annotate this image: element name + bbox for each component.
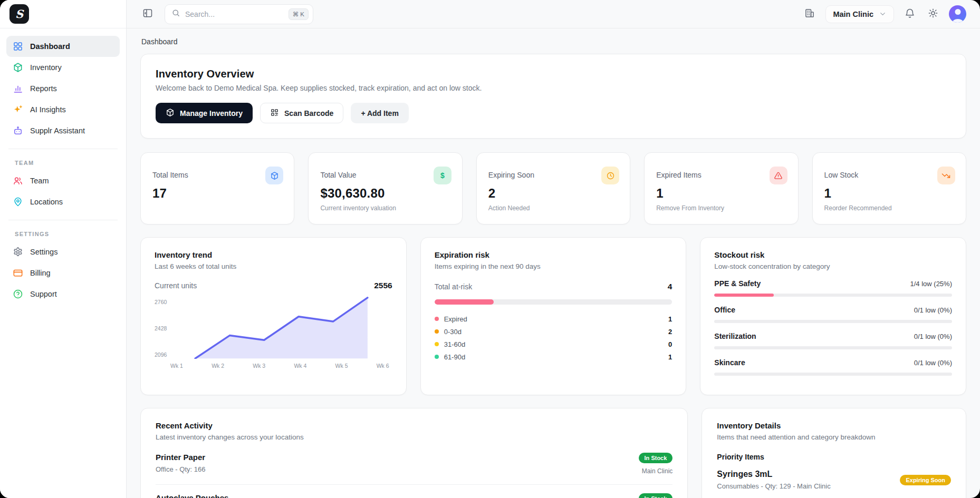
breadcrumb: Dashboard (140, 28, 966, 54)
help-circle-icon (13, 289, 23, 299)
clinic-name: Main Clinic (833, 10, 873, 18)
legend-dot (435, 355, 439, 359)
sidebar-item-team[interactable]: Team (6, 170, 120, 191)
dashboard-content[interactable]: Dashboard Inventory Overview Welcome bac… (127, 28, 980, 498)
scan-barcode-button[interactable]: Scan Barcode (260, 103, 343, 123)
panel-title: Stockout risk (714, 250, 952, 259)
sidebar-item-ai-insights[interactable]: AI Insights (6, 99, 120, 120)
sidebar-item-locations[interactable]: Locations (6, 191, 120, 212)
legend-row-0-30d: 0-30d 2 (435, 325, 672, 338)
panel-subtitle: Last 6 weeks of total units (155, 262, 392, 270)
cube-icon (265, 167, 283, 184)
expiration-legend: Expired 1 0-30d 2 31-60d 0 (435, 313, 672, 363)
qr-code-icon (270, 108, 279, 119)
stat-card-expiring-soon: Expiring Soon 2 Action Needed (476, 152, 630, 224)
sidebar-item-label: Settings (30, 248, 57, 256)
status-badge: In Stock (639, 493, 673, 498)
x-axis-labels: Wk 1 Wk 2 Wk 3 Wk 4 Wk 5 Wk 6 (155, 359, 392, 369)
gear-icon (13, 247, 23, 257)
app-window: S Dashboard Inventory Reports (0, 0, 980, 498)
sidebar-divider (8, 149, 118, 149)
x-axis-tick: Wk 5 (335, 363, 348, 369)
building-icon (804, 8, 815, 20)
recent-activity-panel: Recent Activity Latest inventory changes… (140, 408, 688, 498)
bell-icon (905, 8, 915, 20)
stat-card-total-value: Total Value $30,630.80 Current inventory… (308, 152, 462, 224)
sidebar-item-support[interactable]: Support (6, 284, 120, 305)
sidebar-divider (8, 220, 118, 220)
panel-left-icon (142, 8, 153, 20)
bottom-row: Recent Activity Latest inventory changes… (140, 408, 966, 498)
x-axis-tick: Wk 2 (212, 363, 224, 369)
theme-toggle-button[interactable] (926, 6, 940, 22)
at-risk-progress-fill (435, 299, 494, 305)
sidebar-item-label: Locations (30, 198, 63, 206)
sidebar-item-label: Dashboard (30, 42, 70, 51)
legend-row-31-60d: 31-60d 0 (435, 338, 672, 350)
stockout-risk-panel: Stockout risk Low-stock concentration by… (700, 237, 966, 395)
legend-row-61-90d: 61-90d 1 (435, 350, 672, 363)
panel-subtitle: Latest inventory changes across your loc… (156, 433, 672, 441)
activity-row[interactable]: Autoclave Pouches In Stock (156, 493, 672, 498)
search-box[interactable]: ⌘ K (165, 4, 313, 24)
stat-card-low-stock: Low Stock 1 Reorder Recommended (812, 152, 966, 224)
priority-item-row[interactable]: Syringes 3mL Consumables - Qty: 129 - Ma… (717, 470, 951, 490)
panel-subtitle: Low-stock concentration by category (714, 262, 952, 270)
stockout-row-office: Office 0/1 low (0%) (714, 306, 952, 323)
stockout-row-ppe: PPE & Safety 1/4 low (25%) (714, 279, 952, 297)
x-axis-tick: Wk 4 (294, 363, 306, 369)
stat-label: Low Stock (824, 171, 954, 179)
topbar: ⌘ K Main Clinic (127, 0, 980, 28)
stat-sublabel: Remove From Inventory (656, 204, 786, 212)
stat-label: Expired Items (656, 171, 786, 179)
stockout-bar (714, 320, 952, 323)
stat-value: 17 (152, 186, 282, 201)
sidebar-section-settings: SETTINGS (6, 228, 120, 241)
clinic-selector[interactable]: Main Clinic (825, 5, 894, 23)
search-input[interactable] (185, 10, 284, 18)
sun-icon (928, 8, 938, 20)
stat-label: Total Items (152, 171, 282, 179)
total-at-risk-value: 4 (668, 282, 672, 291)
bar-chart-icon (13, 83, 23, 94)
sidebar-item-label: Team (30, 177, 49, 185)
app-logo[interactable]: S (9, 4, 29, 24)
inventory-overview-card: Inventory Overview Welcome back to Demo … (140, 54, 966, 139)
notifications-button[interactable] (902, 6, 917, 22)
priority-items-heading: Priority Items (717, 453, 951, 461)
sidebar-item-settings[interactable]: Settings (6, 241, 120, 262)
sidebar-item-billing[interactable]: Billing (6, 262, 120, 284)
stat-sublabel: Reorder Recommended (824, 204, 954, 212)
x-axis-tick: Wk 6 (377, 363, 389, 369)
total-at-risk-label: Total at-risk (435, 282, 473, 291)
stockout-row-skincare: Skincare 0/1 low (0%) (714, 358, 952, 376)
sparkles-icon (13, 104, 23, 115)
add-item-button[interactable]: + Add Item (351, 103, 408, 123)
stat-value: 2 (488, 186, 618, 201)
overview-title: Inventory Overview (156, 68, 951, 80)
dashboard-grid-icon (13, 41, 23, 52)
trend-series-label: Current units (155, 281, 197, 290)
sidebar-item-dashboard[interactable]: Dashboard (6, 36, 120, 57)
stat-label: Expiring Soon (488, 171, 618, 179)
stat-sublabel: Action Needed (488, 204, 618, 212)
x-axis-tick: Wk 3 (253, 363, 265, 369)
x-axis-tick: Wk 1 (170, 363, 183, 369)
stat-value: 1 (656, 186, 786, 201)
manage-inventory-button[interactable]: Manage Inventory (156, 103, 253, 123)
users-icon (13, 175, 23, 186)
activity-row[interactable]: Printer Paper Office - Qty: 166 In Stock… (156, 453, 672, 475)
stockout-bar (714, 373, 952, 376)
inventory-trend-panel: Inventory trend Last 6 weeks of total un… (140, 237, 407, 395)
sidebar-collapse-button[interactable] (140, 6, 155, 22)
logo-area: S (0, 0, 126, 28)
package-icon (166, 108, 175, 119)
legend-dot (435, 342, 439, 346)
user-avatar[interactable] (949, 5, 966, 23)
clinic-building-button[interactable] (802, 6, 817, 22)
sidebar-item-supplr-assistant[interactable]: Supplr Assistant (6, 120, 120, 141)
sidebar-item-reports[interactable]: Reports (6, 78, 120, 99)
sidebar-item-inventory[interactable]: Inventory (6, 57, 120, 78)
package-icon (13, 62, 23, 73)
sidebar-item-label: Inventory (30, 63, 62, 72)
